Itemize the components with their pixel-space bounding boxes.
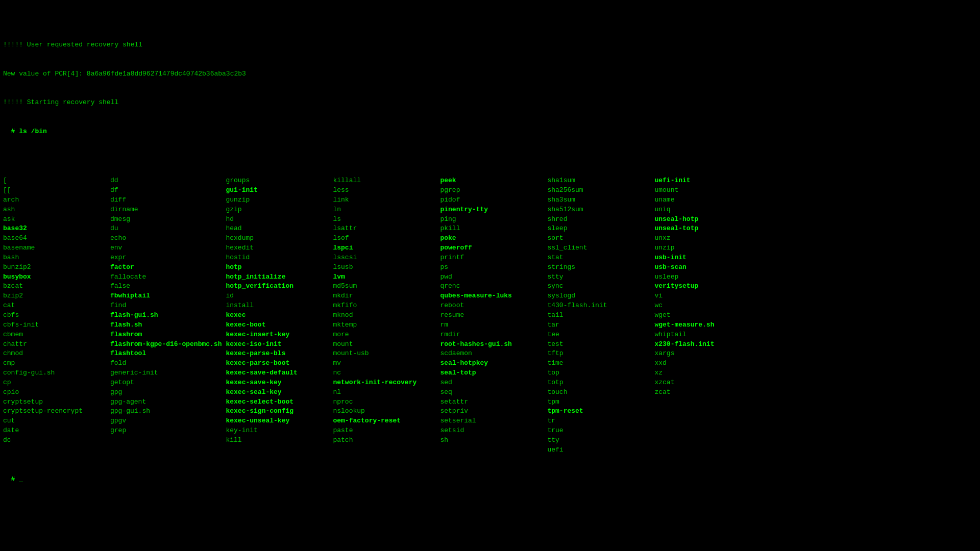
list-item: hotp bbox=[226, 263, 329, 272]
list-item: usleep bbox=[654, 272, 757, 282]
list-item: mount-usb bbox=[333, 349, 436, 359]
list-item: killall bbox=[333, 176, 436, 186]
list-item: setserial bbox=[440, 416, 543, 426]
list-item: tar bbox=[547, 320, 650, 330]
list-item: cbfs-init bbox=[3, 320, 106, 330]
list-item: nl bbox=[333, 388, 436, 397]
list-item: seq bbox=[440, 388, 543, 397]
list-item: wget-measure.sh bbox=[654, 320, 757, 330]
list-item: printf bbox=[440, 253, 543, 263]
list-item: config-gui.sh bbox=[3, 368, 106, 378]
list-item: patch bbox=[333, 436, 436, 445]
list-item: kexec-unseal-key bbox=[226, 416, 329, 426]
list-item: seal-totp bbox=[440, 368, 543, 378]
list-item: zcat bbox=[654, 388, 757, 397]
list-item: install bbox=[226, 301, 329, 311]
list-item: ps bbox=[440, 263, 543, 272]
column-0: [[[archashaskbase32base64basenamebashbun… bbox=[3, 176, 110, 455]
list-item: dc bbox=[3, 436, 106, 445]
list-item: gzip bbox=[226, 205, 329, 215]
list-item: shred bbox=[547, 215, 650, 224]
header-line-2: New value of PCR[4]: 8a6a96fde1a8dd96271… bbox=[3, 69, 977, 79]
list-item: base32 bbox=[3, 224, 106, 234]
list-item: expr bbox=[110, 253, 222, 263]
list-item: sha256sum bbox=[547, 186, 650, 195]
list-item: scdaemon bbox=[440, 349, 543, 359]
list-item: groups bbox=[226, 176, 329, 186]
header-line-3: !!!!! Starting recovery shell bbox=[3, 98, 977, 108]
list-item: sort bbox=[547, 234, 650, 243]
list-item: poke bbox=[440, 234, 543, 243]
list-item: gunzip bbox=[226, 195, 329, 205]
list-item: uname bbox=[654, 195, 757, 205]
column-4: peekpgreppidofpinentry-ttypingpkillpokep… bbox=[440, 176, 547, 455]
list-item: cmp bbox=[3, 359, 106, 368]
list-item: tty bbox=[547, 436, 650, 445]
list-item: oem-factory-reset bbox=[333, 416, 436, 426]
list-item: nslookup bbox=[333, 407, 436, 416]
list-item: flashtool bbox=[110, 349, 222, 359]
list-item: qrenc bbox=[440, 282, 543, 291]
list-item: uefi-init bbox=[654, 176, 757, 186]
list-item: unseal-totp bbox=[654, 224, 757, 234]
list-item: lsusb bbox=[333, 263, 436, 272]
list-item: mknod bbox=[333, 311, 436, 320]
list-item: sleep bbox=[547, 224, 650, 234]
list-item: kexec-parse-boot bbox=[226, 359, 329, 368]
list-item: mkfifo bbox=[333, 301, 436, 311]
list-item: factor bbox=[110, 263, 222, 272]
list-item: hexdump bbox=[226, 234, 329, 243]
list-item: ls bbox=[333, 215, 436, 224]
list-item: tail bbox=[547, 311, 650, 320]
list-item: cut bbox=[3, 416, 106, 426]
list-item: env bbox=[110, 243, 222, 253]
list-item: nc bbox=[333, 368, 436, 378]
list-item: usb-init bbox=[654, 253, 757, 263]
list-item: hexedit bbox=[226, 243, 329, 253]
list-item: xzcat bbox=[654, 378, 757, 388]
list-item: dmesg bbox=[110, 215, 222, 224]
list-item: root-hashes-gui.sh bbox=[440, 340, 543, 349]
list-item: reboot bbox=[440, 301, 543, 311]
list-item: ask bbox=[3, 215, 106, 224]
list-item: setpriv bbox=[440, 407, 543, 416]
list-item: tftp bbox=[547, 349, 650, 359]
list-item: pwd bbox=[440, 272, 543, 282]
list-item: pkill bbox=[440, 224, 543, 234]
list-item: gui-init bbox=[226, 186, 329, 195]
list-item: poweroff bbox=[440, 243, 543, 253]
list-item: stty bbox=[547, 272, 650, 282]
list-item: base64 bbox=[3, 234, 106, 243]
list-item: hotp_verification bbox=[226, 282, 329, 291]
list-item: fold bbox=[110, 359, 222, 368]
list-item: df bbox=[110, 186, 222, 195]
header-line-1: !!!!! User requested recovery shell bbox=[3, 40, 977, 50]
list-item: ping bbox=[440, 215, 543, 224]
list-item: find bbox=[110, 301, 222, 311]
terminal: !!!!! User requested recovery shell New … bbox=[0, 0, 980, 496]
prompt-line[interactable]: # _ bbox=[3, 475, 977, 485]
list-item: false bbox=[110, 282, 222, 291]
list-item: gpgv bbox=[110, 416, 222, 426]
list-item: link bbox=[333, 195, 436, 205]
list-item: flash.sh bbox=[110, 320, 222, 330]
list-item: ssl_client bbox=[547, 243, 650, 253]
list-item: sha3sum bbox=[547, 195, 650, 205]
list-item: hd bbox=[226, 215, 329, 224]
list-item: rm bbox=[440, 320, 543, 330]
list-item: paste bbox=[333, 426, 436, 436]
list-item: x230-flash.init bbox=[654, 340, 757, 349]
list-item: sha1sum bbox=[547, 176, 650, 186]
list-item: chattr bbox=[3, 340, 106, 349]
list-item: kexec-sign-config bbox=[226, 407, 329, 416]
list-item: tpm-reset bbox=[547, 407, 650, 416]
list-item: kexec-seal-key bbox=[226, 388, 329, 397]
list-item: kill bbox=[226, 436, 329, 445]
file-listing: [[[archashaskbase32base64basenamebashbun… bbox=[3, 176, 977, 455]
list-item: mkdir bbox=[333, 291, 436, 301]
list-item: less bbox=[333, 186, 436, 195]
list-item: nproc bbox=[333, 397, 436, 407]
list-item: seal-hotpkey bbox=[440, 359, 543, 368]
list-item: sh bbox=[440, 436, 543, 445]
list-item: time bbox=[547, 359, 650, 368]
